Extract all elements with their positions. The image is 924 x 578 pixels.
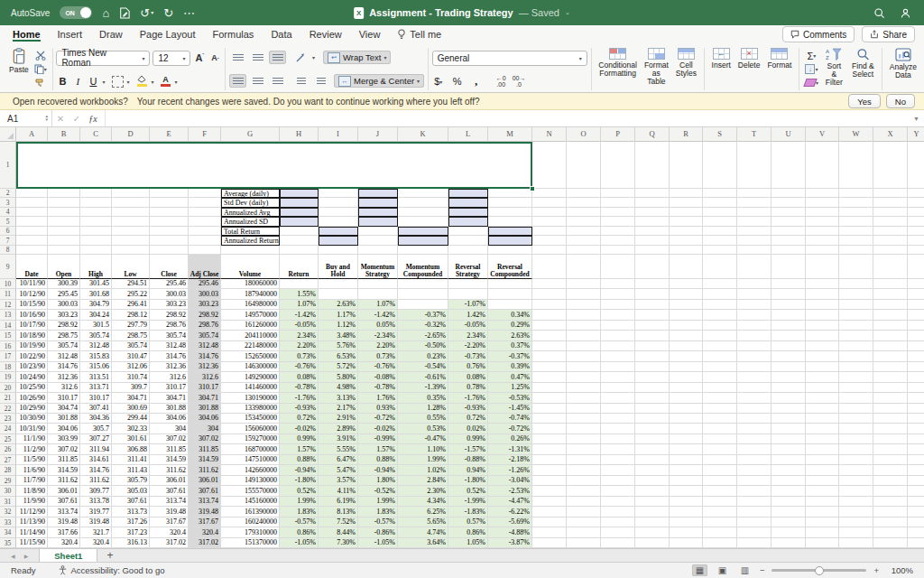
cell-O12[interactable] xyxy=(567,300,601,310)
cell-T31[interactable] xyxy=(737,497,772,507)
column-header-H[interactable]: H xyxy=(280,127,319,142)
delete-cells-button[interactable]: × Delete xyxy=(736,46,762,92)
cell-U23[interactable] xyxy=(772,414,806,424)
yes-button[interactable]: Yes xyxy=(848,94,881,108)
cell-C6[interactable] xyxy=(80,227,112,236)
cell-H33[interactable]: -0.57% xyxy=(280,517,319,527)
align-right-button[interactable] xyxy=(269,74,286,88)
row-header-19[interactable]: 19 xyxy=(0,372,16,383)
cell-D26[interactable]: 306.88 xyxy=(112,444,150,455)
tab-tell-me[interactable]: Tell me xyxy=(397,29,441,40)
cell-R15[interactable] xyxy=(670,331,703,341)
cell-C30[interactable]: 309.77 xyxy=(80,486,112,497)
cell-A16[interactable]: 10/19/90 xyxy=(16,341,48,351)
cell-K35[interactable]: 3.64% xyxy=(398,538,448,548)
cell-N12[interactable] xyxy=(532,300,567,310)
cell-L18[interactable]: 0.76% xyxy=(448,362,488,372)
cell-U16[interactable] xyxy=(772,341,806,351)
cell-E20[interactable]: 310.17 xyxy=(150,383,189,393)
cell-P26[interactable] xyxy=(601,444,635,455)
cell-Q26[interactable] xyxy=(635,444,670,455)
cell-O25[interactable] xyxy=(567,434,601,444)
cell-V15[interactable] xyxy=(806,331,839,341)
cell-N1[interactable] xyxy=(532,142,567,189)
cell-K31[interactable]: 4.34% xyxy=(398,497,448,507)
cell-A20[interactable]: 10/25/90 xyxy=(16,383,48,393)
cell-J15[interactable]: -2.34% xyxy=(358,331,398,341)
currency-format-button[interactable]: $▾ xyxy=(432,75,445,89)
cell-A25[interactable]: 11/1/90 xyxy=(16,434,48,444)
cell-X26[interactable] xyxy=(873,444,908,455)
cell-L15[interactable]: 2.34% xyxy=(448,331,488,341)
cell-A12[interactable]: 10/15/90 xyxy=(16,300,48,310)
cell-K22[interactable]: 1.28% xyxy=(398,404,448,414)
cell-F24[interactable]: 304 xyxy=(189,424,221,434)
cell-C17[interactable]: 315.83 xyxy=(80,351,112,362)
cell-S15[interactable] xyxy=(703,331,737,341)
cell-T9[interactable] xyxy=(737,255,772,279)
cell-G16[interactable]: 221480000 xyxy=(221,341,280,351)
column-header-V[interactable]: V xyxy=(806,127,839,142)
cell-U22[interactable] xyxy=(772,404,806,414)
cell-Q13[interactable] xyxy=(635,310,670,321)
cell-G23[interactable]: 153450000 xyxy=(221,414,280,424)
cell-K12[interactable] xyxy=(398,300,448,310)
cell-V21[interactable] xyxy=(806,393,839,404)
cell-M7[interactable] xyxy=(488,236,532,246)
cell-S5[interactable] xyxy=(703,217,737,227)
cell-O14[interactable] xyxy=(567,321,601,331)
cell-V23[interactable] xyxy=(806,414,839,424)
cell-A10[interactable]: 10/11/90 xyxy=(16,279,48,289)
cell-X7[interactable] xyxy=(873,236,908,246)
cell-A24[interactable]: 10/31/90 xyxy=(16,424,48,434)
cell-K28[interactable]: 1.02% xyxy=(398,465,448,476)
add-sheet-button[interactable]: + xyxy=(97,549,122,562)
cell-H14[interactable]: -0.05% xyxy=(280,321,319,331)
cell-G21[interactable]: 130190000 xyxy=(221,393,280,404)
cell-H28[interactable]: -0.94% xyxy=(280,465,319,476)
cell-B18[interactable]: 314.76 xyxy=(48,362,80,372)
cell-S30[interactable] xyxy=(703,486,737,497)
cell-J35[interactable]: -1.05% xyxy=(358,538,398,548)
cell-T7[interactable] xyxy=(737,236,772,246)
cell-L12[interactable]: -1.07% xyxy=(448,300,488,310)
cell-R26[interactable] xyxy=(670,444,703,455)
cell-W19[interactable] xyxy=(839,372,873,383)
cell-V4[interactable] xyxy=(806,208,839,217)
cell-Y31[interactable] xyxy=(908,497,924,507)
cell-A21[interactable]: 10/26/90 xyxy=(16,393,48,404)
cell-B11[interactable]: 295.45 xyxy=(48,289,80,300)
cell-M10[interactable] xyxy=(488,279,532,289)
cell-E3[interactable] xyxy=(150,198,189,208)
cell-C2[interactable] xyxy=(80,189,112,198)
cell-M21[interactable]: -0.53% xyxy=(488,393,532,404)
cell-C9[interactable]: High xyxy=(80,255,112,279)
cell-W3[interactable] xyxy=(839,198,873,208)
column-header-Y[interactable]: Y xyxy=(908,127,924,142)
cell-T17[interactable] xyxy=(737,351,772,362)
cell-K14[interactable]: -0.32% xyxy=(398,321,448,331)
cell-Y7[interactable] xyxy=(908,236,924,246)
row-header-25[interactable]: 25 xyxy=(0,434,16,444)
cell-P13[interactable] xyxy=(601,310,635,321)
cell-Q6[interactable] xyxy=(635,227,670,236)
cell-K19[interactable]: -0.61% xyxy=(398,372,448,383)
cell-Y14[interactable] xyxy=(908,321,924,331)
column-header-L[interactable]: L xyxy=(448,127,488,142)
cell-F8[interactable] xyxy=(189,246,221,255)
cell-S2[interactable] xyxy=(703,189,737,198)
prev-sheet-icon[interactable]: ◀ xyxy=(11,553,15,559)
undo-dropdown-icon[interactable]: ▾ xyxy=(151,7,153,19)
cell-T29[interactable] xyxy=(737,476,772,486)
cell-R20[interactable] xyxy=(670,383,703,393)
cell-S7[interactable] xyxy=(703,236,737,246)
cell-K15[interactable]: -2.65% xyxy=(398,331,448,341)
page-break-view-button[interactable]: ▥ xyxy=(737,564,753,576)
cell-L21[interactable]: -1.76% xyxy=(448,393,488,404)
cell-J32[interactable]: 1.83% xyxy=(358,507,398,517)
cell-D2[interactable] xyxy=(112,189,150,198)
cell-E14[interactable]: 298.76 xyxy=(150,321,189,331)
cell-I17[interactable]: 6.53% xyxy=(319,351,358,362)
cell-I6[interactable] xyxy=(319,227,358,236)
cell-Q31[interactable] xyxy=(635,497,670,507)
